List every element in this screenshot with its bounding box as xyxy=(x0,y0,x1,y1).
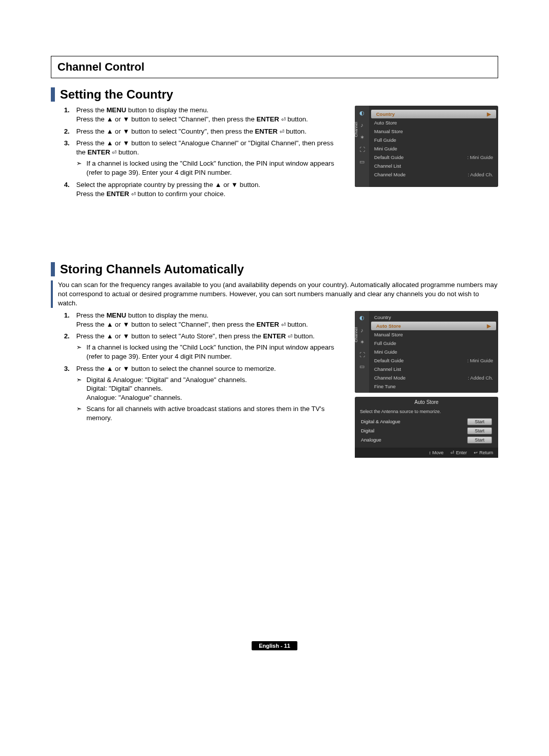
move-hint: ↕ Move xyxy=(429,450,443,455)
subheader-setting-country: Setting the Country xyxy=(51,87,498,102)
osd-row[interactable]: Default Guide: Mini Guide xyxy=(369,153,498,162)
osd-row[interactable]: Default Guide: Mini Guide xyxy=(369,356,498,365)
sub-note: ➣ If a channel is locked using the "Chil… xyxy=(76,159,343,177)
accent-bar xyxy=(51,262,55,276)
sound-icon[interactable]: ♪ xyxy=(358,326,366,334)
channel-icon[interactable]: ✶ xyxy=(358,133,366,141)
step-body: Press the ▲ or ▼ button to select "Auto … xyxy=(76,332,346,361)
osd-menu-country: Channel ◐ ♪ ✶ ⛶ ▭ Country▶ Auto Store Ma… xyxy=(355,106,498,187)
osd-row[interactable]: Channel Mode: Added Ch. xyxy=(369,170,498,179)
input-icon[interactable]: ▭ xyxy=(358,363,366,371)
osd-row-country[interactable]: Country▶ xyxy=(371,110,496,118)
osd-row[interactable]: Channel List xyxy=(369,365,498,373)
step-number: 2. xyxy=(51,332,76,361)
step-number: 1. xyxy=(51,106,76,124)
step-number: 2. xyxy=(51,127,76,136)
enter-hint: ⏎ Enter xyxy=(450,450,467,455)
osd-option-row: Digital & Analogue Start xyxy=(355,417,498,426)
start-button[interactable]: Start xyxy=(467,418,492,425)
step-body: Press the ▲ or ▼ button to select the ch… xyxy=(76,364,346,423)
osd-side-label: Channel xyxy=(355,122,358,137)
sub-note: ➣ Digital & Analogue: "Digital" and "Ana… xyxy=(76,375,343,402)
step-body: Press the MENU button to display the men… xyxy=(76,106,346,124)
osd-row[interactable]: Mini Guide xyxy=(369,144,498,153)
sub-marker-icon: ➣ xyxy=(76,343,86,361)
intro-block: You can scan for the frequency ranges av… xyxy=(51,280,498,307)
accent-bar xyxy=(51,280,53,307)
osd-row[interactable]: Manual Store xyxy=(369,330,498,339)
osd-row[interactable]: Channel Mode: Added Ch. xyxy=(369,373,498,382)
option-label: Digital xyxy=(361,428,467,433)
step-number: 3. xyxy=(51,139,76,177)
picture-icon[interactable]: ◐ xyxy=(358,109,366,117)
osd-option-row: Digital Start xyxy=(355,426,498,435)
osd-dialog-autostore: Auto Store Select the Antenna source to … xyxy=(355,397,498,458)
start-button[interactable]: Start xyxy=(467,436,492,444)
osd-row[interactable]: Full Guide xyxy=(369,339,498,348)
subheader-text: Storing Channels Automatically xyxy=(60,262,244,276)
channel-icon[interactable]: ✶ xyxy=(358,338,366,346)
osd-row[interactable]: Full Guide xyxy=(369,136,498,144)
osd-dialog-desc: Select the Antenna source to memorize. xyxy=(355,407,498,417)
sub-marker-icon: ➣ xyxy=(76,404,86,423)
osd-menu-autostore: Channel ◐ ♪ ✶ ⛶ ▭ Country Auto Store▶ Ma… xyxy=(355,311,498,393)
step-number: 1. xyxy=(51,311,76,329)
page-number-badge: English - 11 xyxy=(252,641,297,650)
chevron-right-icon: ▶ xyxy=(487,111,491,117)
step: 3. Press the ▲ or ▼ button to select the… xyxy=(51,364,346,423)
accent-bar xyxy=(51,87,55,102)
sub-note: ➣ If a channel is locked using the "Chil… xyxy=(76,343,343,361)
subheader-storing-auto: Storing Channels Automatically xyxy=(51,262,498,276)
sub-marker-icon: ➣ xyxy=(76,375,86,402)
return-hint: ↩ Return xyxy=(474,450,493,455)
step-body: Press the ▲ or ▼ button to select "Analo… xyxy=(76,139,346,177)
step-body: Press the ▲ or ▼ button to select "Count… xyxy=(76,127,346,136)
enter-icon: ⏎ xyxy=(281,116,286,122)
step: 2. Press the ▲ or ▼ button to select "Co… xyxy=(51,127,346,136)
sound-icon[interactable]: ♪ xyxy=(358,121,366,129)
enter-icon: ⏎ xyxy=(288,333,292,339)
osd-row[interactable]: Mini Guide xyxy=(369,348,498,356)
step-number: 3. xyxy=(51,364,76,423)
osd-dialog-footer: ↕ Move ⏎ Enter ↩ Return xyxy=(355,448,498,458)
osd-row[interactable]: Auto Store xyxy=(369,118,498,127)
setup-icon[interactable]: ⛶ xyxy=(358,145,366,153)
steps-storing-auto: 1. Press the MENU button to display the … xyxy=(51,311,346,426)
enter-icon: ⏎ xyxy=(131,191,136,197)
enter-icon: ⏎ xyxy=(112,149,116,155)
section-title: Channel Control xyxy=(57,60,144,73)
step: 2. Press the ▲ or ▼ button to select "Au… xyxy=(51,332,346,361)
osd-option-row: Analogue Start xyxy=(355,435,498,445)
start-button[interactable]: Start xyxy=(467,427,492,434)
osd-row[interactable]: Country xyxy=(369,313,498,322)
picture-icon[interactable]: ◐ xyxy=(358,314,366,322)
section-title-box: Channel Control xyxy=(51,56,498,78)
option-label: Analogue xyxy=(361,437,467,443)
osd-row[interactable]: Manual Store xyxy=(369,127,498,136)
page-footer: English - 11 xyxy=(51,641,498,650)
step: 1. Press the MENU button to display the … xyxy=(51,311,346,329)
steps-setting-country: 1. Press the MENU button to display the … xyxy=(51,106,346,201)
step: 1. Press the MENU button to display the … xyxy=(51,106,346,124)
enter-icon: ⏎ xyxy=(281,322,286,328)
step-body: Press the MENU button to display the men… xyxy=(76,311,346,329)
enter-icon: ⏎ xyxy=(280,129,284,135)
osd-body: Country▶ Auto Store Manual Store Full Gu… xyxy=(369,106,498,187)
step: 3. Press the ▲ or ▼ button to select "An… xyxy=(51,139,346,177)
osd-row[interactable]: Channel List xyxy=(369,162,498,170)
sub-marker-icon: ➣ xyxy=(76,159,86,177)
step-number: 4. xyxy=(51,180,76,199)
subheader-text: Setting the Country xyxy=(60,87,173,102)
step: 4. Select the appropriate country by pre… xyxy=(51,180,346,199)
osd-sidebar: Channel ◐ ♪ ✶ ⛶ ▭ xyxy=(355,106,369,187)
input-icon[interactable]: ▭ xyxy=(358,158,366,166)
chevron-right-icon: ▶ xyxy=(487,323,491,329)
osd-body: Country Auto Store▶ Manual Store Full Gu… xyxy=(369,311,498,393)
osd-row-autostore[interactable]: Auto Store▶ xyxy=(371,322,496,330)
osd-row[interactable]: Fine Tune xyxy=(369,382,498,391)
osd-dialog-title: Auto Store xyxy=(355,397,498,407)
step-body: Select the appropriate country by pressi… xyxy=(76,180,346,199)
option-label: Digital & Analogue xyxy=(361,419,467,424)
setup-icon[interactable]: ⛶ xyxy=(358,351,366,359)
sub-note: ➣ Scans for all channels with active bro… xyxy=(76,404,343,423)
